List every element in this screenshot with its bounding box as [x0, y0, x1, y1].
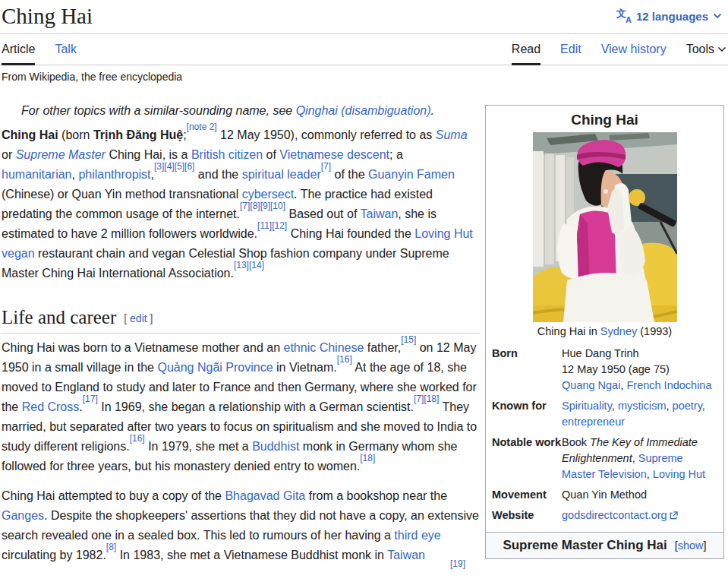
infobox-row: Notable workBook The Key of Immediate En…: [492, 435, 717, 482]
reference-sup: [17]: [83, 394, 98, 404]
wiki-link[interactable]: spiritual leader: [242, 168, 321, 181]
article-body: For other topics with a similar-sounding…: [0, 101, 728, 565]
tab-talk[interactable]: Talk: [55, 43, 76, 65]
wiki-link[interactable]: Sydney: [600, 325, 637, 337]
wiki-link[interactable]: Buddhist: [252, 440, 299, 453]
reference-link[interactable]: [7][18]: [414, 394, 439, 404]
reference-link[interactable]: [16]: [130, 433, 145, 444]
infobox-row-value: Hue Dang Trinh12 May 1950 (age 75)Quang …: [562, 346, 717, 394]
infobox-value-line: 12 May 1950 (age 75): [562, 362, 717, 378]
wiki-link[interactable]: humanitarian: [2, 168, 72, 181]
navbox-title: Supreme Master Ching Hai: [503, 538, 667, 552]
wiki-link[interactable]: Quảng Ngãi Province: [157, 361, 273, 374]
tab-read[interactable]: Read: [512, 43, 540, 65]
wiki-link[interactable]: philanthropist: [78, 168, 150, 181]
reference-link[interactable]: [8]: [106, 542, 116, 552]
right-tabs: Read Edit View history Tools: [512, 43, 726, 65]
left-tabs: Article Talk: [2, 43, 77, 65]
text: ,: [702, 400, 705, 412]
wiki-link[interactable]: Qinghai (disambiguation): [296, 104, 431, 117]
wiki-link[interactable]: cybersect: [242, 188, 294, 201]
wiki-link[interactable]: Spirituality: [562, 400, 612, 412]
reference-link[interactable]: [3][4][5][6]: [154, 161, 194, 172]
edit-section-link[interactable]: edit: [130, 312, 147, 324]
text: Based out of: [285, 207, 360, 220]
text: Ching Hai, is a: [106, 148, 191, 161]
reference-sup: [8]: [106, 542, 116, 552]
text: Quan Yin Method: [562, 489, 647, 501]
reference-link[interactable]: [15]: [401, 334, 416, 345]
text: In 1969, she began a relationship with a…: [98, 400, 414, 413]
infobox-row-label: Known for: [492, 398, 562, 430]
infobox-row-value: godsdirectcontact.org: [562, 508, 717, 523]
cutoff-reference-link[interactable]: [19]: [450, 558, 465, 569]
wiki-link[interactable]: Suma: [436, 128, 468, 141]
wiki-link[interactable]: vegan: [2, 247, 35, 260]
languages-label: 12 languages: [636, 10, 708, 23]
wiki-link[interactable]: Quang Ngai: [562, 379, 620, 391]
text: or: [2, 148, 16, 161]
tab-article[interactable]: Article: [2, 43, 35, 65]
wiki-link[interactable]: ethnic Chinese: [283, 341, 364, 354]
bracket: [: [124, 312, 127, 324]
section-heading-life-and-career: Life and career[ edit ]: [2, 306, 480, 334]
wiki-link[interactable]: Bhagavad Gita: [225, 489, 305, 502]
text: Ching Hai was born to a Vietnamese mothe…: [2, 341, 283, 354]
reference-link[interactable]: [7]: [321, 161, 331, 172]
reference-link[interactable]: [17]: [83, 394, 98, 404]
wiki-link[interactable]: godsdirectcontact.org: [562, 509, 667, 521]
wiki-link[interactable]: Taiwan: [360, 207, 398, 220]
wiki-link[interactable]: third eye: [394, 529, 440, 542]
reference-sup: [note 2]: [187, 122, 217, 132]
tab-edit[interactable]: Edit: [560, 43, 581, 65]
reference-sup: [16]: [130, 433, 145, 444]
text: For other topics with a similar-sounding…: [21, 104, 296, 117]
tools-menu-button[interactable]: Tools: [686, 43, 726, 65]
wiki-link[interactable]: Vietnamese descent: [279, 148, 389, 161]
reference-link[interactable]: [11][12]: [257, 220, 287, 231]
wiki-link[interactable]: mysticism: [618, 400, 667, 412]
text: (Chinese) or Quan Yin method transnation…: [2, 188, 242, 201]
infobox-rows: BornHue Dang Trinh12 May 1950 (age 75)Qu…: [492, 346, 717, 523]
infobox-value-line: Hue Dang Trinh: [562, 346, 717, 362]
reference-link[interactable]: [7][8][9][10]: [240, 201, 285, 211]
reference-link[interactable]: [16]: [337, 354, 352, 365]
text: Ching Hai in: [537, 325, 600, 337]
navbox-show-link[interactable]: show: [678, 539, 704, 552]
reference-sup: [7][18]: [414, 394, 439, 404]
text: 12 May 1950), commonly referred to as: [217, 128, 436, 141]
bracket: ]: [150, 312, 153, 324]
wiki-link[interactable]: Taiwan: [387, 549, 425, 561]
wiki-link[interactable]: entrepreneur: [562, 416, 625, 428]
reference-link[interactable]: [19]: [450, 558, 465, 569]
languages-button[interactable]: 文A 12 languages: [612, 9, 726, 23]
infobox-row: BornHue Dang Trinh12 May 1950 (age 75)Qu…: [492, 346, 717, 394]
wiki-link[interactable]: Guanyin Famen: [368, 168, 455, 181]
infobox-row-value: Quan Yin Method: [562, 487, 717, 503]
reference-link[interactable]: [13][14]: [234, 260, 264, 270]
wiki-link[interactable]: Loving Hut: [414, 227, 473, 240]
text: from a bookshop near the: [305, 489, 447, 502]
reference-sup: [7]: [321, 161, 331, 172]
reference-sup: [13][14]: [234, 260, 264, 270]
page-title: Ching Hai: [2, 3, 93, 29]
infobox-person: Ching Hai: [485, 105, 724, 536]
wiki-link[interactable]: French Indochina: [626, 379, 711, 391]
reference-link[interactable]: [note 2]: [187, 122, 217, 132]
infobox-portrait-image[interactable]: [533, 132, 677, 322]
reference-link[interactable]: [18]: [360, 453, 375, 463]
navbox-show-control: [show]: [675, 539, 707, 552]
text: of: [263, 148, 279, 161]
tab-view-history[interactable]: View history: [601, 43, 667, 65]
wiki-link[interactable]: Loving Hut: [653, 468, 705, 480]
wiki-link[interactable]: Supreme Master: [16, 148, 106, 161]
bold-text: Ching Hai: [2, 128, 58, 141]
wiki-link[interactable]: Red Cross: [22, 400, 80, 413]
chevron-down-icon: [713, 13, 722, 19]
text: and the: [194, 168, 241, 181]
wiki-link[interactable]: Ganges: [2, 509, 44, 522]
wiki-link[interactable]: British citizen: [191, 148, 263, 161]
text: ,: [612, 400, 618, 412]
wiki-link[interactable]: poetry: [673, 400, 702, 412]
external-link-icon: [667, 509, 678, 521]
